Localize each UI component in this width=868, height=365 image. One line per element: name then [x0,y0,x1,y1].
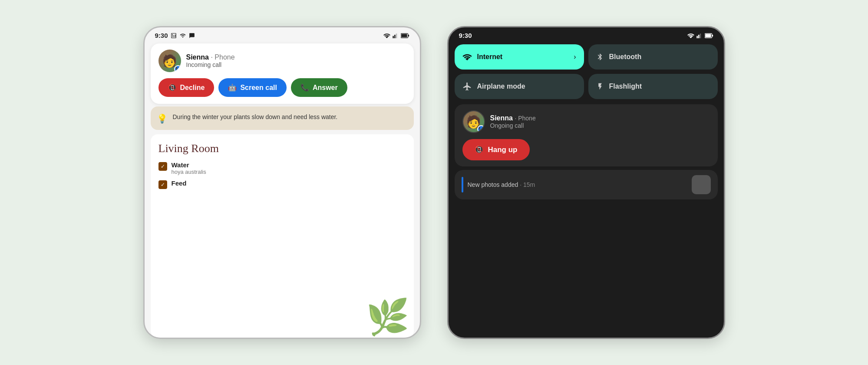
flashlight-icon [596,82,604,91]
svg-rect-8 [700,33,701,38]
svg-rect-0 [393,36,394,38]
notif-header: 🧑 📞 Sienna · Phone Incoming call [158,50,406,72]
water-subtitle: hoya australis [172,169,206,175]
list-title: Living Room [158,142,406,155]
list-item-water: ✓ Water hoya australis [158,161,406,175]
svg-rect-5 [401,34,407,37]
dark-notif-header: 🧑 📞 Sienna · Phone Ongoing call [462,110,710,133]
tile-bluetooth[interactable]: Bluetooth [588,44,718,70]
screen-call-label: Screen call [240,84,277,92]
water-text: Water hoya australis [172,161,206,175]
list-item-feed: ✓ Feed [158,179,406,189]
right-phone: 9:30 Internet › Bluetooth [447,26,725,339]
tile-internet[interactable]: Internet › [455,44,584,70]
svg-rect-2 [396,33,397,38]
caller-source: · Phone [211,53,234,61]
list-card: Living Room ✓ Water hoya australis ✓ Fee… [151,134,414,338]
wifi-icon [383,33,390,38]
message-icon [189,33,195,39]
internet-chevron: › [574,53,576,61]
notif-indicator [462,177,463,192]
screen-call-button[interactable]: 🤖 Screen call [218,78,287,97]
decline-label: Decline [180,84,205,92]
internet-label: Internet [477,53,569,61]
airplane-label: Airplane mode [477,83,576,90]
bluetooth-label: Bluetooth [609,53,710,61]
answer-icon: 📞 [300,83,309,92]
caller-name-line: Sienna · Phone [186,53,235,61]
answer-button[interactable]: 📞 Answer [291,78,347,97]
ongoing-caller-info: Sienna · Phone Ongoing call [490,114,536,129]
right-status-bar: 9:30 [449,27,724,41]
right-battery-icon [705,33,713,38]
right-status-right [687,33,713,38]
flashlight-label: Flashlight [609,83,710,90]
wifi-call-icon [179,33,186,39]
left-status-left: 9:30 [155,32,195,39]
left-time: 9:30 [155,32,168,39]
answer-label: Answer [313,84,338,92]
quick-tiles-grid: Internet › Bluetooth Airplane mode Flash… [455,44,718,99]
tile-flashlight[interactable]: Flashlight [588,74,718,99]
svg-rect-4 [408,34,409,36]
hang-up-button[interactable]: 📵 Hang up [462,139,530,160]
ongoing-call-card: 🧑 📞 Sienna · Phone Ongoing call 📵 Hang u… [455,104,718,166]
tip-card: 💡 During the winter your plants slow dow… [151,106,414,130]
left-status-bar: 9:30 [145,27,420,41]
feed-text: Feed [172,179,187,187]
left-content-area: 💡 During the winter your plants slow dow… [145,106,420,338]
svg-rect-11 [705,34,711,37]
nfc-icon [171,33,177,39]
ongoing-caller-name-line: Sienna · Phone [490,114,536,122]
caller-info: Sienna · Phone Incoming call [186,53,235,68]
signal-icon [393,33,399,38]
left-status-right [383,33,409,38]
call-status-text: Incoming call [186,61,235,68]
checkbox-feed: ✓ [158,180,167,189]
call-buttons-row: 📵 Decline 🤖 Screen call 📞 Answer [158,78,406,97]
checkbox-water: ✓ [158,162,167,171]
svg-rect-6 [696,36,698,38]
right-time: 9:30 [459,32,472,39]
right-signal-icon [696,33,703,38]
right-wifi-icon [687,33,694,38]
tip-text: During the winter your plants slow down … [173,113,338,122]
tile-airplane[interactable]: Airplane mode [455,74,584,99]
caller-avatar: 🧑 📞 [158,50,181,72]
hangup-label: Hang up [488,146,518,154]
hangup-icon: 📵 [475,145,484,154]
left-phone: 9:30 🧑 � [143,26,421,339]
ongoing-caller-source: · Phone [515,115,535,122]
ongoing-caller-avatar: 🧑 📞 [462,110,485,133]
ongoing-caller-name: Sienna [490,114,513,122]
bottom-notif-label: New photos added [468,181,518,188]
plant-decoration: 🌿 [366,297,409,338]
decline-button[interactable]: 📵 Decline [158,78,215,97]
battery-icon [401,33,409,38]
internet-wifi-icon [462,53,472,60]
ongoing-phone-badge: 📞 [477,125,485,133]
svg-rect-7 [698,35,700,38]
decline-icon: 📵 [168,83,177,92]
airplane-icon [462,82,472,91]
bottom-notif-thumbnail [692,175,711,194]
incoming-call-card: 🧑 📞 Sienna · Phone Incoming call 📵 Decli… [151,43,414,104]
feed-title: Feed [172,179,187,187]
tip-icon: 💡 [157,113,168,124]
bottom-notif-time: · 15m [520,181,535,188]
svg-rect-10 [712,34,713,36]
svg-rect-1 [394,35,396,38]
bottom-notification: New photos added · 15m [455,170,718,199]
bottom-notif-text: New photos added · 15m [468,181,687,188]
water-title: Water [172,161,206,169]
ongoing-call-status: Ongoing call [490,122,536,129]
bluetooth-icon [596,52,604,62]
caller-name: Sienna [186,53,209,61]
phone-badge: 📞 [174,65,181,72]
screen-call-icon: 🤖 [228,83,237,92]
